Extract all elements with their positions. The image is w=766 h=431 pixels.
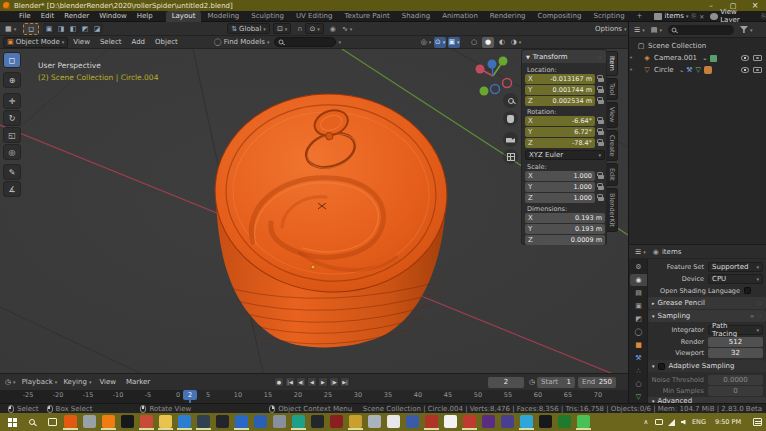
- location-x-field[interactable]: X-0.013167 m: [525, 74, 595, 84]
- taskbar-app-icon[interactable]: [121, 415, 134, 428]
- mode-dropdown[interactable]: ▣Object Mode: [3, 37, 68, 48]
- taskbar-search-button[interactable]: [24, 415, 40, 429]
- snap-magnet-icon[interactable]: ∩: [294, 23, 305, 34]
- feature-set-dropdown[interactable]: Supported: [708, 262, 763, 272]
- taskbar-app-icon[interactable]: [368, 415, 381, 428]
- tool-move[interactable]: ✛: [3, 93, 21, 109]
- tool-select-box[interactable]: ◻: [3, 52, 21, 68]
- viewport-menu-object[interactable]: Object: [150, 38, 183, 46]
- shading-material-button[interactable]: ◐: [496, 37, 508, 48]
- playhead-badge[interactable]: 2: [183, 390, 197, 400]
- camera-view-button[interactable]: [503, 132, 518, 147]
- tab-scene-properties[interactable]: ◩: [630, 313, 647, 325]
- outliner-display-mode-dropdown[interactable]: ☰: [631, 24, 648, 35]
- adaptive-sampling-checkbox[interactable]: [658, 363, 665, 370]
- taskbar-app-icon[interactable]: [387, 415, 400, 428]
- tab-texture-paint[interactable]: Texture Paint: [339, 11, 396, 22]
- menu-window[interactable]: Window: [94, 12, 132, 20]
- timeline-menu-marker[interactable]: Marker: [121, 378, 155, 386]
- outliner-search-input[interactable]: [668, 25, 734, 35]
- tab-sculpting[interactable]: Sculpting: [245, 11, 290, 22]
- taskbar-app-icon[interactable]: [102, 415, 115, 428]
- viewport-menu-add[interactable]: Add: [126, 38, 150, 46]
- tab-animation[interactable]: Animation: [436, 11, 484, 22]
- tab-world-properties[interactable]: ◯: [630, 326, 647, 338]
- dimensions-y-field[interactable]: Y0.193 m: [525, 224, 605, 234]
- taskbar-app-icon[interactable]: [311, 415, 324, 428]
- hide-in-viewport-toggle[interactable]: [741, 55, 749, 61]
- view-layer-selector[interactable]: View Layer ⎘: [710, 12, 766, 21]
- outliner-row-camera[interactable]: • ◈ Camera.001 ⌁: [629, 52, 766, 64]
- select-mode-set-icon[interactable]: ▣: [43, 23, 55, 34]
- tab-data-properties[interactable]: ▽: [630, 391, 647, 403]
- pan-button[interactable]: [503, 111, 518, 126]
- editor-type-button[interactable]: ▦: [2, 23, 19, 34]
- taskbar-app-icon[interactable]: [558, 415, 571, 428]
- keying-dropdown[interactable]: Keying: [60, 377, 94, 388]
- shading-solid-button[interactable]: ●: [482, 37, 494, 48]
- taskbar-app-icon[interactable]: [501, 415, 514, 428]
- disable-in-render-toggle[interactable]: [753, 67, 762, 73]
- blender-menu-icon[interactable]: [4, 12, 12, 20]
- lock-icon[interactable]: [598, 142, 604, 146]
- taskbar-app-icon[interactable]: [83, 415, 96, 428]
- lock-icon[interactable]: [598, 89, 604, 93]
- lock-icon[interactable]: [598, 186, 604, 190]
- tool-annotate[interactable]: ✎: [3, 164, 21, 180]
- rotation-mode-dropdown[interactable]: XYZ Euler: [525, 150, 605, 160]
- viewport-menu-view[interactable]: View: [68, 38, 95, 46]
- auto-key-button[interactable]: ●: [274, 377, 284, 387]
- tab-view-layer-properties[interactable]: ▣: [630, 300, 647, 312]
- dimensions-x-field[interactable]: X0.193 m: [525, 213, 605, 223]
- tab-modeling[interactable]: Modeling: [201, 11, 245, 22]
- taskbar-app-icon[interactable]: [349, 415, 362, 428]
- tab-rendering[interactable]: Rendering: [484, 11, 532, 22]
- proportional-editing-icon[interactable]: ◉: [327, 23, 339, 34]
- transform-panel-header[interactable]: ▼Transform ∷: [522, 50, 606, 63]
- rotation-z-field[interactable]: Z-78.4°: [525, 138, 595, 148]
- current-frame-field[interactable]: 2: [488, 377, 524, 388]
- blenderkit-search-input[interactable]: [274, 37, 336, 47]
- menu-file[interactable]: File: [14, 12, 36, 20]
- tab-physics-properties[interactable]: ○: [630, 378, 647, 390]
- menu-help[interactable]: Help: [132, 12, 158, 20]
- adaptive-sampling-section[interactable]: ▾ Adaptive Sampling: [648, 360, 766, 372]
- taskbar-app-icon[interactable]: [444, 415, 457, 428]
- scene-name[interactable]: items: [664, 12, 688, 20]
- timeline-editor-type-button[interactable]: ◷: [2, 377, 19, 388]
- taskbar-app-icon[interactable]: [235, 415, 248, 428]
- task-view-button[interactable]: [44, 415, 60, 429]
- rotation-y-field[interactable]: Y6.72°: [525, 127, 595, 137]
- end-frame-field[interactable]: End250: [578, 377, 616, 388]
- menu-edit[interactable]: Edit: [36, 12, 60, 20]
- prev-keyframe-button[interactable]: ◀|: [296, 377, 306, 387]
- sampling-section[interactable]: ▾Sampling ≡ ∷: [648, 310, 766, 322]
- dimensions-z-field[interactable]: Z0.0009 m: [525, 235, 605, 245]
- options-dropdown[interactable]: Options: [592, 23, 630, 34]
- viewport-3d[interactable]: User Perspective (2) Scene Collection | …: [0, 49, 628, 373]
- new-view-layer-icon[interactable]: ⎘: [761, 12, 766, 20]
- jump-to-end-button[interactable]: ▶|: [340, 377, 350, 387]
- overlays-dropdown[interactable]: ⊙: [434, 37, 446, 48]
- unlink-scene-icon[interactable]: ✕: [699, 13, 704, 20]
- hide-in-viewport-toggle[interactable]: [741, 67, 749, 73]
- scene-selector[interactable]: items ⎘ ✕: [654, 12, 704, 21]
- taskbar-app-icon[interactable]: [330, 415, 343, 428]
- taskbar-app-icon[interactable]: [140, 415, 153, 428]
- scale-z-field[interactable]: Z1.000: [525, 193, 595, 203]
- tab-compositing[interactable]: Compositing: [532, 11, 588, 22]
- shading-wireframe-button[interactable]: ○: [468, 37, 480, 48]
- lock-icon[interactable]: [598, 120, 604, 124]
- jump-to-start-button[interactable]: |◀: [285, 377, 295, 387]
- noise-threshold-field[interactable]: 0.0000: [708, 375, 763, 385]
- select-mode-difference-icon[interactable]: ◩: [79, 23, 91, 34]
- new-scene-icon[interactable]: ⎘: [691, 12, 696, 20]
- lock-icon[interactable]: [598, 100, 604, 104]
- select-mode-subtract-icon[interactable]: ◧: [67, 23, 79, 34]
- properties-editor-type-button[interactable]: ☰: [632, 246, 649, 257]
- tab-output-properties[interactable]: ▤: [630, 287, 647, 299]
- taskbar-app-icon[interactable]: [425, 415, 438, 428]
- location-y-field[interactable]: Y0.001744 m: [525, 85, 595, 95]
- lock-icon[interactable]: [598, 78, 604, 82]
- scale-x-field[interactable]: X1.000: [525, 171, 595, 181]
